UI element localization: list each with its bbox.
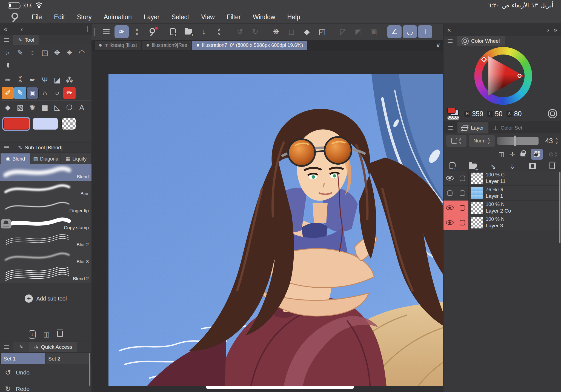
layer-check-cell[interactable] bbox=[456, 171, 469, 185]
layer-thumbnail[interactable] bbox=[471, 187, 483, 199]
new-canvas-icon[interactable] bbox=[166, 25, 180, 38]
main-menu-icon[interactable] bbox=[99, 25, 113, 38]
lock-layer-icon[interactable] bbox=[520, 150, 525, 158]
text-tool-icon[interactable]: A bbox=[76, 101, 88, 114]
quick-access-set-1[interactable]: Set 1 bbox=[1, 353, 45, 364]
menu-item-edit[interactable]: Edit bbox=[54, 13, 65, 21]
saturation-tool-icon[interactable]: ✳ bbox=[63, 47, 76, 59]
delete-layer-icon[interactable] bbox=[549, 162, 555, 171]
left-panel-drag-handle[interactable] bbox=[85, 26, 88, 32]
save-icon[interactable]: ↓ bbox=[197, 25, 211, 38]
toolbar-drag-handle[interactable] bbox=[94, 28, 95, 36]
menu-item-select[interactable]: Select bbox=[171, 13, 189, 21]
foliage-brush-tool-icon[interactable]: Ψ bbox=[39, 74, 51, 86]
tab-tool[interactable]: ✎Tool bbox=[13, 35, 39, 45]
object-3d-tool-icon[interactable]: ◳ bbox=[39, 47, 51, 59]
selection-border-icon[interactable]: ▣ bbox=[367, 25, 381, 38]
snap-to-special-ruler-icon[interactable]: ◡ bbox=[403, 25, 417, 38]
layer-check-cell[interactable] bbox=[456, 186, 469, 200]
sub-tool-item-finger-tip[interactable]: Finger tip bbox=[0, 198, 91, 215]
layer-check-cell[interactable] bbox=[456, 215, 469, 230]
color-wheel-mode-icon[interactable] bbox=[548, 109, 557, 118]
color-wheel[interactable] bbox=[443, 46, 561, 108]
color-wheel-menu-icon[interactable] bbox=[443, 39, 457, 43]
main-color-swatch[interactable] bbox=[3, 118, 29, 130]
delete-sub-tool-icon[interactable] bbox=[57, 330, 63, 339]
layer-thumbnail[interactable] bbox=[471, 172, 483, 184]
layer-row-layer-3[interactable]: 100 % NLayer 3 bbox=[443, 215, 561, 230]
clip-studio-app-icon[interactable] bbox=[145, 25, 159, 38]
sub-tool-panel-menu-icon[interactable] bbox=[0, 146, 13, 149]
correct-tool-icon[interactable]: ✏ bbox=[63, 87, 76, 99]
eyedropper-tool-icon[interactable]: ✒ bbox=[2, 59, 14, 72]
layer-visibility-cell[interactable] bbox=[443, 215, 456, 230]
expand-right-icon[interactable]: › bbox=[547, 26, 549, 34]
deselect-icon[interactable]: ❋ bbox=[269, 25, 283, 38]
sv-marker[interactable] bbox=[517, 74, 522, 78]
layer-visibility-cell[interactable] bbox=[443, 171, 456, 185]
layer-visibility-cell[interactable] bbox=[443, 186, 456, 200]
quick-access-scrollbar[interactable] bbox=[89, 353, 90, 386]
layer-check-cell[interactable] bbox=[456, 201, 469, 215]
save-cycle-icon[interactable]: ∧∨ bbox=[212, 25, 226, 38]
layer-visibility-cell[interactable] bbox=[443, 201, 456, 215]
opacity-slider[interactable] bbox=[497, 137, 539, 145]
sub-tool-tab-liquify[interactable]: ▦Liquify bbox=[61, 153, 91, 164]
marker-tool-icon[interactable]: ✏ bbox=[2, 74, 14, 86]
tab-bar-collapse-icon[interactable]: ∨ bbox=[436, 41, 440, 49]
airbrush-tool-icon[interactable]: ⁑ bbox=[14, 74, 26, 86]
collapse-left-icon[interactable]: ‹ bbox=[21, 25, 23, 33]
sub-tool-item-blend[interactable]: Blend bbox=[0, 164, 91, 181]
menu-item-story[interactable]: Story bbox=[77, 13, 92, 21]
layer-row-layer-1[interactable]: 76 % DiLayer 1 bbox=[443, 186, 561, 201]
redo-icon[interactable]: ↻ bbox=[248, 25, 262, 38]
transparent-color-swatch[interactable] bbox=[61, 118, 76, 130]
tab-color-set[interactable]: Color Set bbox=[488, 122, 527, 133]
layer-panel-menu-icon[interactable] bbox=[444, 126, 457, 130]
reference-layer-icon[interactable]: ✛ bbox=[510, 151, 515, 158]
layer-row-layer-2-co[interactable]: 100 % NLayer 2 Co bbox=[443, 201, 561, 215]
collapse-all-right-icon[interactable]: « bbox=[447, 26, 451, 34]
menu-item-filter[interactable]: Filter bbox=[227, 13, 241, 21]
selection-run-icon[interactable]: ◸ bbox=[336, 25, 350, 38]
menu-item-layer[interactable]: Layer bbox=[144, 13, 160, 21]
layer-mask-icon[interactable] bbox=[529, 163, 536, 171]
select-area-tool-icon[interactable]: ◌ bbox=[26, 47, 39, 59]
eraser-tool-icon[interactable]: ◪ bbox=[51, 74, 63, 86]
selection-convert-icon[interactable]: ◩ bbox=[351, 25, 365, 38]
expand-all-right-icon[interactable]: » bbox=[554, 26, 557, 34]
merge-with-lower-layer-icon[interactable]: ⇓ bbox=[510, 163, 515, 171]
add-sub-tool-button[interactable]: + Add sub tool bbox=[0, 290, 91, 307]
main-color-indicator[interactable] bbox=[447, 108, 456, 114]
import-sub-tool-icon[interactable]: ↓ bbox=[29, 330, 36, 339]
home-indicator[interactable] bbox=[206, 386, 354, 389]
tool-history-cycle-icon[interactable]: ∧∨ bbox=[130, 25, 144, 38]
new-layer-folder-icon[interactable] bbox=[469, 163, 477, 171]
tab-quick-access[interactable]: ◷Quick Access bbox=[29, 342, 77, 352]
blend-mode-selector[interactable]: Norm∧∨ bbox=[469, 135, 495, 147]
duplicate-sub-tool-icon[interactable]: ◫ bbox=[43, 331, 50, 338]
brush-preset-tool-icon[interactable]: ✎ bbox=[14, 87, 26, 99]
sub-color-swatch[interactable] bbox=[32, 118, 58, 130]
fill-tool-icon[interactable]: ◆ bbox=[2, 101, 14, 114]
layer-color-selector[interactable]: ∧∨ bbox=[446, 135, 466, 147]
clip-studio-logo-icon[interactable] bbox=[10, 12, 20, 22]
collapse-all-left-icon[interactable]: « bbox=[4, 25, 7, 33]
document-tab-3[interactable]: Illustration7_0* (8000 x 5986px 600dpi 1… bbox=[192, 41, 307, 50]
menu-item-file[interactable]: File bbox=[32, 13, 42, 21]
open-file-icon[interactable] bbox=[181, 25, 196, 38]
sub-tool-item-blur-3[interactable]: Blur 3 bbox=[0, 249, 91, 266]
document-tab-2[interactable]: Illustration9[Res bbox=[142, 41, 191, 50]
quick-access-item-redo[interactable]: ↻Redo bbox=[0, 381, 91, 392]
figure-tool-icon[interactable]: ○ bbox=[51, 87, 63, 99]
clip-to-layer-below-icon[interactable]: ◫ bbox=[498, 151, 504, 158]
transparent-indicator[interactable] bbox=[447, 116, 459, 120]
current-tool-button[interactable]: ✑ bbox=[115, 25, 129, 38]
tab-sub-tool-mini[interactable]: ✎ bbox=[13, 342, 29, 352]
decoration-tool-icon[interactable]: ⌂ bbox=[39, 87, 51, 99]
quick-access-item-undo[interactable]: ↺Undo bbox=[0, 364, 91, 381]
layer-row-layer-11[interactable]: 100 % CLayer 11 bbox=[443, 171, 561, 186]
undo-icon[interactable]: ↺ bbox=[233, 25, 247, 38]
snap-to-grid-icon[interactable]: ⟂ bbox=[418, 25, 432, 38]
right-panel-drag-handle[interactable] bbox=[456, 27, 460, 33]
